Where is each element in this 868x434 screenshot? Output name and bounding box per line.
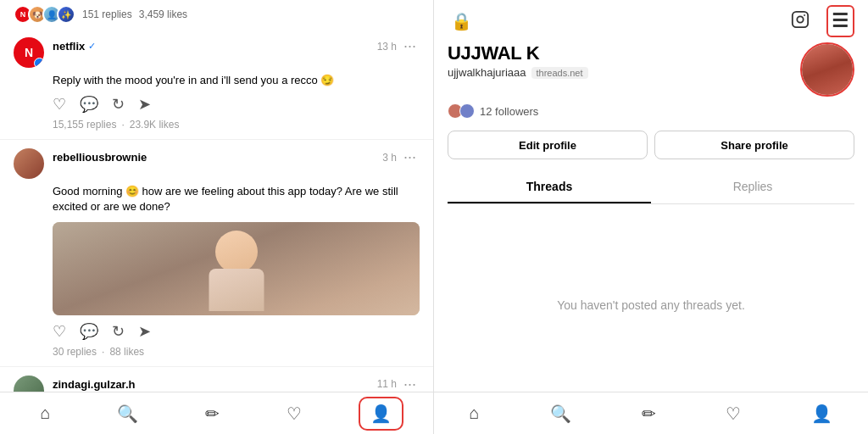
left-panel: N 🐶 👤 ✨ 151 replies 3,459 likes N netfli… (0, 0, 434, 434)
right-nav-heart[interactable]: ♡ (715, 398, 751, 429)
netflix-replies: 15,155 replies (53, 119, 116, 131)
profile-section: UJJWAL K ujjwalkhajuriaaa threads.net 12… (434, 42, 868, 218)
left-bottom-nav: ⌂ 🔍 ✏ ♡ 👤 (0, 392, 433, 434)
netflix-content: Reply with the mood you're in and i'll s… (14, 73, 420, 88)
netflix-stats: 15,155 replies · 23.9K likes (14, 119, 420, 131)
profile-handle: ujjwalkhajuriaaa (448, 66, 526, 79)
right-panel: 🔒 ☰ UJJWAL K ujjwalkhajuriaaa threads.ne… (434, 0, 868, 434)
rebel-likes: 88 likes (109, 346, 144, 358)
netflix-likes: 23.9K likes (130, 119, 180, 131)
rebel-content: Good morning 😊 how are we feeling about … (14, 184, 420, 214)
tab-content-area: You haven't posted any threads yet. (434, 218, 868, 392)
stats-likes: 3,459 likes (139, 8, 187, 20)
right-home-icon: ⌂ (469, 403, 479, 422)
followers-avatars (448, 103, 475, 119)
nav-profile[interactable]: 👤 (359, 397, 403, 431)
instagram-icon[interactable] (787, 7, 813, 36)
rebel-stats: 30 replies · 88 likes (14, 346, 420, 358)
feed-area: N 🐶 👤 ✨ 151 replies 3,459 likes N netfli… (0, 0, 433, 392)
rebel-avatar (14, 148, 44, 179)
header-icons: ☰ (787, 5, 854, 37)
compose-icon: ✏ (205, 403, 220, 424)
rebel-username: rebelliousbrownie (53, 151, 147, 164)
tab-replies[interactable]: Replies (651, 171, 854, 203)
repost-icon[interactable]: ↻ (112, 95, 125, 114)
avatar-image (802, 44, 853, 95)
edit-profile-button[interactable]: Edit profile (448, 131, 648, 159)
profile-avatar-large (800, 42, 854, 97)
rebel-actions: ♡ 💬 ↻ ➤ (14, 322, 420, 341)
nav-home[interactable]: ⌂ (30, 398, 60, 428)
post-zindagi: zindagi.gulzar.h 11 h ··· Happy Birthday… (0, 367, 433, 392)
rebel-comment-icon[interactable]: 💬 (80, 322, 98, 341)
post-meta-zindagi: zindagi.gulzar.h 11 h ··· (53, 376, 420, 392)
lock-icon[interactable]: 🔒 (448, 8, 476, 35)
netflix-time: 13 h (377, 41, 397, 53)
right-search-icon: 🔍 (550, 404, 571, 423)
username-row-zindagi: zindagi.gulzar.h 11 h ··· (53, 376, 420, 392)
netflix-more[interactable]: ··· (400, 37, 420, 55)
no-threads-text: You haven't posted any threads yet. (557, 298, 745, 312)
followers-count: 12 followers (480, 105, 538, 118)
netflix-username: netflix (53, 40, 85, 53)
comment-icon[interactable]: 💬 (80, 95, 98, 114)
share-icon[interactable]: ➤ (138, 95, 151, 114)
right-heart-icon: ♡ (726, 404, 741, 423)
post-rebellious: rebelliousbrownie 3 h ··· Good morning 😊… (0, 140, 433, 366)
profile-top: UJJWAL K ujjwalkhajuriaaa threads.net (448, 42, 854, 97)
stats-row: N 🐶 👤 ✨ 151 replies 3,459 likes (0, 0, 433, 29)
rebel-repost-icon[interactable]: ↻ (112, 322, 125, 341)
post-header-rebellious: rebelliousbrownie 3 h ··· (14, 148, 420, 179)
zindagi-username: zindagi.gulzar.h (53, 378, 136, 391)
home-icon: ⌂ (40, 403, 50, 423)
heart-icon[interactable]: ♡ (53, 95, 66, 114)
tabs-row: Threads Replies (448, 171, 854, 204)
right-nav-search[interactable]: 🔍 (540, 398, 581, 429)
right-compose-icon: ✏ (642, 404, 656, 423)
menu-icon[interactable]: ☰ (826, 5, 854, 37)
right-nav-compose[interactable]: ✏ (632, 398, 666, 429)
rebel-more[interactable]: ··· (400, 148, 420, 166)
rebel-image-inner (53, 222, 420, 315)
svg-rect-0 (793, 11, 808, 26)
profile-handle-row: ujjwalkhajuriaaa threads.net (448, 66, 588, 79)
post-netflix: N netflix ✓ 13 h ··· Reply with the mood… (0, 29, 433, 140)
mini-avatar-4: ✨ (57, 5, 75, 24)
username-row-rebel: rebelliousbrownie 3 h ··· (53, 148, 420, 166)
zindagi-time: 11 h (377, 378, 397, 390)
rebel-dot: · (102, 346, 104, 358)
right-header: 🔒 ☰ (434, 0, 868, 42)
rebel-image (53, 222, 420, 315)
zindagi-avatar (14, 376, 44, 392)
followers-row: 12 followers (448, 103, 854, 119)
post-header-netflix: N netflix ✓ 13 h ··· (14, 37, 420, 68)
post-meta-netflix: netflix ✓ 13 h ··· (53, 37, 420, 55)
svg-point-1 (797, 16, 803, 22)
zindagi-more[interactable]: ··· (400, 376, 420, 392)
svg-point-2 (804, 14, 805, 16)
profile-name: UJJWAL K (448, 42, 588, 64)
dot-sep: · (121, 119, 124, 131)
share-profile-button[interactable]: Share profile (654, 131, 854, 159)
right-nav-profile[interactable]: 👤 (801, 398, 843, 429)
profile-info: UJJWAL K ujjwalkhajuriaaa threads.net (448, 42, 588, 79)
rebel-share-icon[interactable]: ➤ (138, 322, 151, 341)
search-nav-icon: 🔍 (117, 403, 138, 424)
right-bottom-nav: ⌂ 🔍 ✏ ♡ 👤 (434, 392, 868, 434)
nav-compose[interactable]: ✏ (195, 398, 230, 429)
rebel-time: 3 h (382, 152, 397, 164)
tab-threads[interactable]: Threads (448, 171, 651, 203)
follower-mini-2 (459, 103, 475, 119)
username-row-netflix: netflix ✓ 13 h ··· (53, 37, 420, 55)
right-profile-icon: 👤 (811, 404, 832, 423)
right-nav-home[interactable]: ⌂ (459, 398, 489, 428)
verified-badge (34, 58, 44, 68)
netflix-actions: ♡ 💬 ↻ ➤ (14, 95, 420, 114)
post-meta-rebel: rebelliousbrownie 3 h ··· (53, 148, 420, 166)
nav-heart[interactable]: ♡ (276, 398, 312, 429)
heart-nav-icon: ♡ (287, 403, 302, 424)
nav-search[interactable]: 🔍 (107, 398, 148, 429)
rebel-heart-icon[interactable]: ♡ (53, 322, 66, 341)
threads-badge: threads.net (531, 67, 588, 79)
profile-actions: Edit profile Share profile (448, 131, 854, 159)
